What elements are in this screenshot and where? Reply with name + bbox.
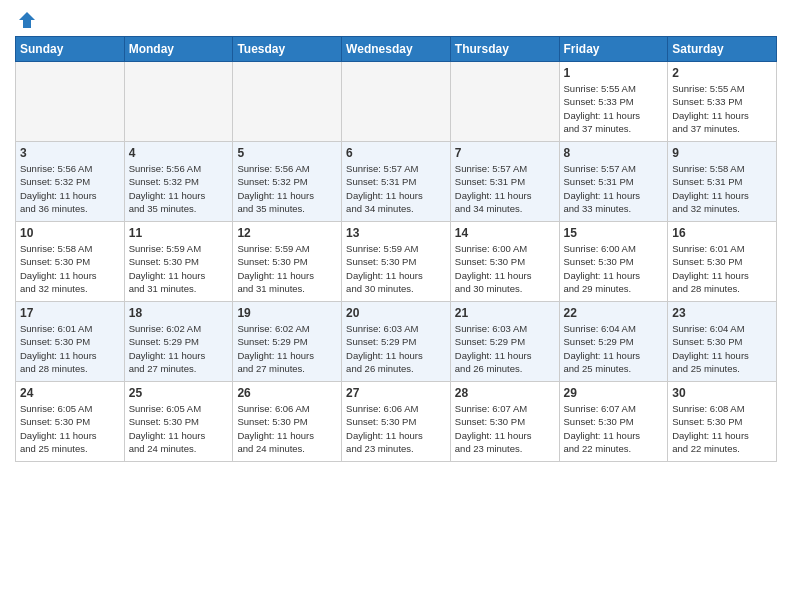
svg-marker-0: [19, 12, 35, 28]
header-day-friday: Friday: [559, 37, 668, 62]
calendar-week-3: 10Sunrise: 5:58 AMSunset: 5:30 PMDayligh…: [16, 222, 777, 302]
day-number: 10: [20, 226, 120, 240]
day-number: 13: [346, 226, 446, 240]
day-info: Sunrise: 6:01 AMSunset: 5:30 PMDaylight:…: [20, 322, 120, 375]
day-number: 18: [129, 306, 229, 320]
header: [15, 10, 777, 30]
day-info: Sunrise: 5:55 AMSunset: 5:33 PMDaylight:…: [564, 82, 664, 135]
day-info: Sunrise: 5:55 AMSunset: 5:33 PMDaylight:…: [672, 82, 772, 135]
calendar-cell: 23Sunrise: 6:04 AMSunset: 5:30 PMDayligh…: [668, 302, 777, 382]
calendar-cell: 16Sunrise: 6:01 AMSunset: 5:30 PMDayligh…: [668, 222, 777, 302]
calendar-cell: 10Sunrise: 5:58 AMSunset: 5:30 PMDayligh…: [16, 222, 125, 302]
calendar-cell: [450, 62, 559, 142]
day-info: Sunrise: 6:04 AMSunset: 5:30 PMDaylight:…: [672, 322, 772, 375]
calendar-cell: [16, 62, 125, 142]
calendar-cell: 29Sunrise: 6:07 AMSunset: 5:30 PMDayligh…: [559, 382, 668, 462]
calendar-cell: [124, 62, 233, 142]
calendar-week-1: 1Sunrise: 5:55 AMSunset: 5:33 PMDaylight…: [16, 62, 777, 142]
day-number: 26: [237, 386, 337, 400]
day-number: 29: [564, 386, 664, 400]
logo-icon: [17, 10, 37, 30]
day-info: Sunrise: 5:59 AMSunset: 5:30 PMDaylight:…: [346, 242, 446, 295]
day-info: Sunrise: 5:58 AMSunset: 5:30 PMDaylight:…: [20, 242, 120, 295]
calendar-cell: 24Sunrise: 6:05 AMSunset: 5:30 PMDayligh…: [16, 382, 125, 462]
day-info: Sunrise: 5:57 AMSunset: 5:31 PMDaylight:…: [564, 162, 664, 215]
calendar-week-4: 17Sunrise: 6:01 AMSunset: 5:30 PMDayligh…: [16, 302, 777, 382]
day-info: Sunrise: 6:07 AMSunset: 5:30 PMDaylight:…: [455, 402, 555, 455]
header-day-sunday: Sunday: [16, 37, 125, 62]
calendar-cell: 25Sunrise: 6:05 AMSunset: 5:30 PMDayligh…: [124, 382, 233, 462]
calendar-cell: 19Sunrise: 6:02 AMSunset: 5:29 PMDayligh…: [233, 302, 342, 382]
day-number: 14: [455, 226, 555, 240]
day-number: 21: [455, 306, 555, 320]
day-number: 15: [564, 226, 664, 240]
day-number: 9: [672, 146, 772, 160]
calendar-table: SundayMondayTuesdayWednesdayThursdayFrid…: [15, 36, 777, 462]
calendar-cell: 6Sunrise: 5:57 AMSunset: 5:31 PMDaylight…: [342, 142, 451, 222]
day-number: 19: [237, 306, 337, 320]
calendar-cell: 15Sunrise: 6:00 AMSunset: 5:30 PMDayligh…: [559, 222, 668, 302]
day-info: Sunrise: 6:00 AMSunset: 5:30 PMDaylight:…: [455, 242, 555, 295]
calendar-cell: 1Sunrise: 5:55 AMSunset: 5:33 PMDaylight…: [559, 62, 668, 142]
day-info: Sunrise: 5:56 AMSunset: 5:32 PMDaylight:…: [20, 162, 120, 215]
calendar-cell: 14Sunrise: 6:00 AMSunset: 5:30 PMDayligh…: [450, 222, 559, 302]
calendar-cell: 30Sunrise: 6:08 AMSunset: 5:30 PMDayligh…: [668, 382, 777, 462]
day-number: 7: [455, 146, 555, 160]
day-info: Sunrise: 5:57 AMSunset: 5:31 PMDaylight:…: [346, 162, 446, 215]
calendar-cell: 3Sunrise: 5:56 AMSunset: 5:32 PMDaylight…: [16, 142, 125, 222]
calendar-week-2: 3Sunrise: 5:56 AMSunset: 5:32 PMDaylight…: [16, 142, 777, 222]
day-number: 23: [672, 306, 772, 320]
calendar-cell: 26Sunrise: 6:06 AMSunset: 5:30 PMDayligh…: [233, 382, 342, 462]
day-number: 27: [346, 386, 446, 400]
day-number: 5: [237, 146, 337, 160]
calendar-cell: 22Sunrise: 6:04 AMSunset: 5:29 PMDayligh…: [559, 302, 668, 382]
day-info: Sunrise: 5:59 AMSunset: 5:30 PMDaylight:…: [129, 242, 229, 295]
day-info: Sunrise: 5:57 AMSunset: 5:31 PMDaylight:…: [455, 162, 555, 215]
day-number: 2: [672, 66, 772, 80]
day-info: Sunrise: 6:02 AMSunset: 5:29 PMDaylight:…: [129, 322, 229, 375]
day-info: Sunrise: 6:05 AMSunset: 5:30 PMDaylight:…: [129, 402, 229, 455]
calendar-cell: 18Sunrise: 6:02 AMSunset: 5:29 PMDayligh…: [124, 302, 233, 382]
day-number: 8: [564, 146, 664, 160]
day-info: Sunrise: 5:59 AMSunset: 5:30 PMDaylight:…: [237, 242, 337, 295]
calendar-cell: 12Sunrise: 5:59 AMSunset: 5:30 PMDayligh…: [233, 222, 342, 302]
calendar-page: SundayMondayTuesdayWednesdayThursdayFrid…: [0, 0, 792, 612]
calendar-cell: 13Sunrise: 5:59 AMSunset: 5:30 PMDayligh…: [342, 222, 451, 302]
calendar-cell: 27Sunrise: 6:06 AMSunset: 5:30 PMDayligh…: [342, 382, 451, 462]
day-number: 3: [20, 146, 120, 160]
day-info: Sunrise: 6:01 AMSunset: 5:30 PMDaylight:…: [672, 242, 772, 295]
day-number: 30: [672, 386, 772, 400]
day-info: Sunrise: 6:07 AMSunset: 5:30 PMDaylight:…: [564, 402, 664, 455]
calendar-cell: 20Sunrise: 6:03 AMSunset: 5:29 PMDayligh…: [342, 302, 451, 382]
day-number: 4: [129, 146, 229, 160]
calendar-week-5: 24Sunrise: 6:05 AMSunset: 5:30 PMDayligh…: [16, 382, 777, 462]
calendar-cell: 2Sunrise: 5:55 AMSunset: 5:33 PMDaylight…: [668, 62, 777, 142]
day-info: Sunrise: 6:00 AMSunset: 5:30 PMDaylight:…: [564, 242, 664, 295]
day-number: 12: [237, 226, 337, 240]
day-info: Sunrise: 6:04 AMSunset: 5:29 PMDaylight:…: [564, 322, 664, 375]
calendar-cell: 5Sunrise: 5:56 AMSunset: 5:32 PMDaylight…: [233, 142, 342, 222]
day-number: 6: [346, 146, 446, 160]
day-info: Sunrise: 5:56 AMSunset: 5:32 PMDaylight:…: [237, 162, 337, 215]
calendar-cell: 17Sunrise: 6:01 AMSunset: 5:30 PMDayligh…: [16, 302, 125, 382]
day-number: 16: [672, 226, 772, 240]
header-day-wednesday: Wednesday: [342, 37, 451, 62]
calendar-header-row: SundayMondayTuesdayWednesdayThursdayFrid…: [16, 37, 777, 62]
logo: [15, 10, 37, 30]
calendar-cell: 11Sunrise: 5:59 AMSunset: 5:30 PMDayligh…: [124, 222, 233, 302]
day-info: Sunrise: 6:03 AMSunset: 5:29 PMDaylight:…: [455, 322, 555, 375]
day-info: Sunrise: 6:06 AMSunset: 5:30 PMDaylight:…: [237, 402, 337, 455]
day-info: Sunrise: 6:05 AMSunset: 5:30 PMDaylight:…: [20, 402, 120, 455]
calendar-cell: 21Sunrise: 6:03 AMSunset: 5:29 PMDayligh…: [450, 302, 559, 382]
header-day-tuesday: Tuesday: [233, 37, 342, 62]
calendar-cell: 4Sunrise: 5:56 AMSunset: 5:32 PMDaylight…: [124, 142, 233, 222]
calendar-cell: [233, 62, 342, 142]
day-info: Sunrise: 6:08 AMSunset: 5:30 PMDaylight:…: [672, 402, 772, 455]
header-day-thursday: Thursday: [450, 37, 559, 62]
day-number: 28: [455, 386, 555, 400]
day-info: Sunrise: 6:06 AMSunset: 5:30 PMDaylight:…: [346, 402, 446, 455]
day-number: 1: [564, 66, 664, 80]
calendar-cell: 28Sunrise: 6:07 AMSunset: 5:30 PMDayligh…: [450, 382, 559, 462]
day-info: Sunrise: 5:56 AMSunset: 5:32 PMDaylight:…: [129, 162, 229, 215]
day-number: 25: [129, 386, 229, 400]
